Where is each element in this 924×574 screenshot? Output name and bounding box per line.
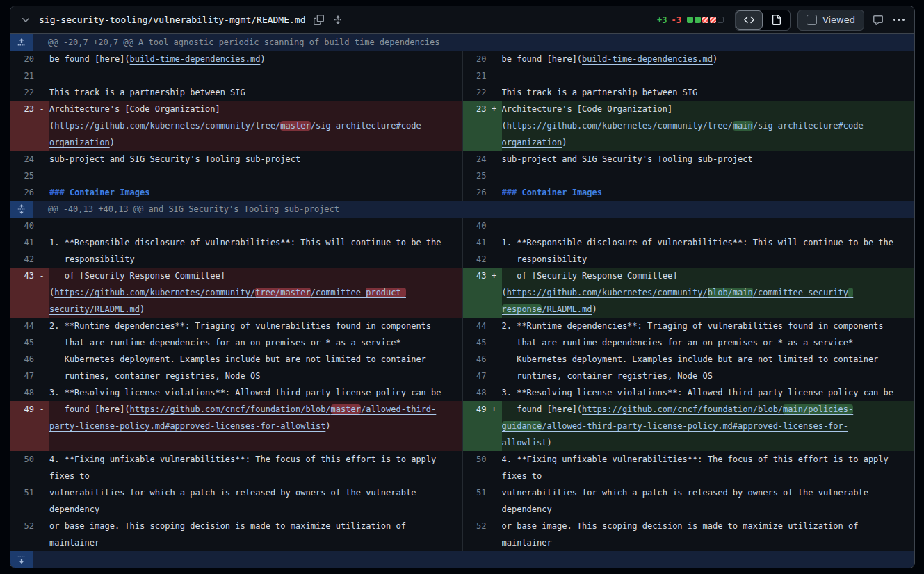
line-number[interactable]: 23 <box>10 101 34 151</box>
line-number[interactable]: 52 <box>10 518 34 551</box>
code-line: Architecture's [Code Organization] <box>502 101 915 117</box>
markdown-heading-text: Container Images <box>70 188 150 197</box>
diff-marker <box>34 518 49 551</box>
line-number[interactable]: 51 <box>463 484 487 518</box>
line-number[interactable]: 20 <box>463 51 487 67</box>
copy-path-button[interactable] <box>312 13 325 26</box>
code-text: sub-project and SIG Security's Tooling s… <box>49 154 300 164</box>
line-number[interactable]: 26 <box>10 184 34 201</box>
code-text: responsibility <box>502 254 587 264</box>
diff-side-old: 21 <box>10 67 462 84</box>
unfold-file-button[interactable] <box>332 13 344 27</box>
line-number[interactable]: 52 <box>463 518 487 551</box>
url-link-text: party-license-policy.md#approved-license… <box>49 421 325 431</box>
code-text: of [Security Response Committee] <box>502 271 678 281</box>
line-gutter: 50 <box>463 451 502 484</box>
line-number[interactable]: 43 <box>463 268 487 318</box>
line-number[interactable]: 48 <box>10 384 34 401</box>
line-number[interactable]: 46 <box>10 351 34 368</box>
line-number[interactable]: 40 <box>10 218 34 234</box>
line-number[interactable]: 23 <box>463 101 487 151</box>
diff-marker <box>487 334 502 351</box>
diff-side-old: 504. **Fixing unfixable vulnerabilities*… <box>10 451 462 484</box>
expand-up-button[interactable] <box>10 34 33 51</box>
diff-side-new: 26### Container Images <box>462 184 915 201</box>
diff-row: 504. **Fixing unfixable vulnerabilities*… <box>10 451 914 484</box>
code-text: ) <box>110 138 115 147</box>
code-line: 2. **Runtime dependencies**: Triaging of… <box>49 318 462 334</box>
line-number[interactable]: 26 <box>463 184 487 201</box>
expand-down-button[interactable] <box>10 551 33 568</box>
line-number[interactable]: 44 <box>463 318 487 334</box>
viewed-button[interactable]: Viewed <box>797 10 864 31</box>
line-number[interactable]: 47 <box>463 368 487 384</box>
code-text: or base image. This scoping decision is … <box>502 521 859 531</box>
line-number[interactable]: 21 <box>10 67 34 84</box>
diff-stat-block-empty <box>718 17 724 23</box>
line-number[interactable]: 22 <box>10 84 34 101</box>
line-number[interactable]: 40 <box>463 218 487 234</box>
line-number[interactable]: 50 <box>463 451 487 484</box>
code-cell: 2. **Runtime dependencies**: Triaging of… <box>502 318 915 334</box>
line-gutter: 49+ <box>463 401 502 451</box>
line-number[interactable]: 42 <box>10 251 34 268</box>
line-gutter: 23- <box>10 101 49 151</box>
line-number[interactable]: 42 <box>463 251 487 268</box>
line-number[interactable]: 44 <box>10 318 34 334</box>
line-number[interactable]: 48 <box>463 384 487 401</box>
diff-marker <box>34 334 49 351</box>
diff-marker <box>34 218 49 234</box>
code-cell: This track is a partnership between SIG <box>49 84 462 101</box>
diff-marker <box>487 84 502 101</box>
comment-button[interactable] <box>871 13 885 27</box>
line-gutter: 25 <box>463 167 502 184</box>
line-number[interactable]: 43 <box>10 268 34 318</box>
line-number[interactable]: 21 <box>463 67 487 84</box>
line-number[interactable]: 24 <box>463 151 487 167</box>
diff-side-old: 45 that are runtime dependencies for an … <box>10 334 462 351</box>
hunk-header-text: @@ -20,7 +20,7 @@ A tool agnostic period… <box>33 34 440 51</box>
line-number[interactable]: 41 <box>463 234 487 251</box>
code-line: vulnerabilities for which a patch is rel… <box>49 484 462 501</box>
code-text: Architecture's [Code Organization] <box>502 104 673 114</box>
line-number[interactable]: 25 <box>10 167 34 184</box>
diff-row: 2525 <box>10 167 914 184</box>
line-number[interactable]: 25 <box>463 167 487 184</box>
collapse-file-button[interactable] <box>19 13 33 27</box>
line-gutter: 41 <box>10 234 49 251</box>
file-options-button[interactable] <box>892 13 906 27</box>
code-text: ) <box>713 54 718 64</box>
diff-marker <box>34 451 49 484</box>
line-gutter: 21 <box>463 67 502 84</box>
line-gutter: 45 <box>10 334 49 351</box>
url-link-text: https://github.com/cncf/foundation/blob/ <box>582 404 783 414</box>
diff-changed-word: master <box>331 404 361 414</box>
expand-up-down-button[interactable] <box>10 201 33 218</box>
diff-row: 411. **Responsible disclosure of vulnera… <box>10 234 914 251</box>
diff-side-new: 25 <box>462 167 915 184</box>
line-gutter: 25 <box>10 167 49 184</box>
code-line: that are runtime dependencies for an on-… <box>49 334 462 351</box>
code-cell: responsibility <box>502 251 915 268</box>
line-number[interactable]: 22 <box>463 84 487 101</box>
line-number[interactable]: 45 <box>10 334 34 351</box>
code-text: 4. **Fixing unfixable vulnerabilities**:… <box>49 454 436 464</box>
line-gutter: 43+ <box>463 268 502 318</box>
code-line: maintainer <box>502 534 915 551</box>
source-view-button[interactable] <box>736 10 763 30</box>
line-number[interactable]: 24 <box>10 151 34 167</box>
line-number[interactable]: 41 <box>10 234 34 251</box>
code-text: be found [here]( <box>502 54 583 64</box>
code-cell: sub-project and SIG Security's Tooling s… <box>502 151 915 167</box>
line-number[interactable]: 45 <box>463 334 487 351</box>
line-number[interactable]: 49 <box>10 401 34 451</box>
line-number[interactable]: 47 <box>10 368 34 384</box>
line-number[interactable]: 51 <box>10 484 34 518</box>
rich-view-button[interactable] <box>763 10 790 30</box>
diff-side-new: 51vulnerabilities for which a patch is r… <box>462 484 915 518</box>
line-number[interactable]: 20 <box>10 51 34 67</box>
line-number[interactable]: 50 <box>10 451 34 484</box>
hunk-header-text: @@ -40,13 +40,13 @@ and SIG Security's T… <box>33 201 339 218</box>
line-number[interactable]: 46 <box>463 351 487 368</box>
line-number[interactable]: 49 <box>463 401 487 451</box>
